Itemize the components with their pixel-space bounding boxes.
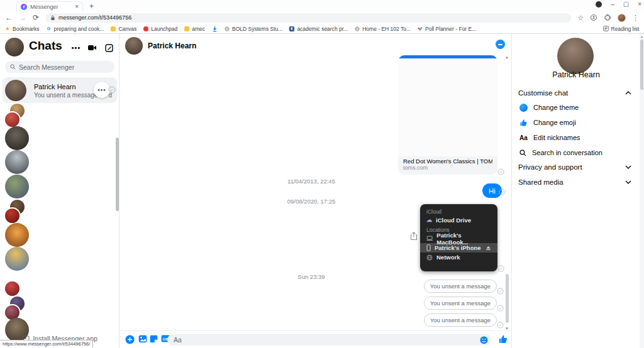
star-favicon-icon: ★ [5,26,10,31]
bookmark-item[interactable]: amec [184,26,205,32]
chats-options-button[interactable]: ••• [69,41,83,55]
finder-section-header: iCloud [420,207,497,215]
bookmark-item[interactable]: BOLD Systems Stu... [225,26,282,32]
share-icon[interactable] [410,232,418,241]
change-theme-item[interactable]: Change theme [512,102,640,113]
open-more-actions-button[interactable] [125,335,135,344]
new-video-call-button[interactable] [86,41,99,55]
chevron-down-icon [625,165,631,169]
conversation-info-panel: Patrick Hearn Customise chat Change them… [511,34,640,348]
chat-avatar[interactable] [5,80,26,101]
message-input[interactable] [167,336,480,344]
bookmark-label: preparing and cook... [54,26,104,32]
chat-list-avatar[interactable] [5,126,29,150]
search-messenger[interactable] [5,61,114,73]
scroll-up-icon[interactable]: ▲ [640,35,644,38]
window-close-button[interactable]: × [638,1,641,8]
image-message-finder-screenshot[interactable]: iCloud ☁ iCloud Drive Locations Patrick'… [420,204,497,271]
bookmark-label: academic search pr... [297,26,348,32]
privacy-support-section[interactable]: Privacy and support [512,161,640,173]
contact-avatar-large[interactable] [557,38,594,74]
browser-tab-messenger[interactable]: Messenger × [16,1,83,11]
message-composer: GIF [119,330,511,348]
send-like-button[interactable] [498,334,508,344]
chat-list-avatar[interactable] [5,247,29,271]
sent-receipt-icon [497,305,504,312]
unsent-message-bubble[interactable]: You unsent a message [424,313,497,327]
compose-message-button[interactable] [102,41,116,55]
page-scrollbar[interactable]: ▲ [640,34,644,348]
bookmark-label: BOLD Systems Stu... [232,26,282,32]
forward-button[interactable]: → [19,14,26,21]
bookmark-item[interactable]: Home - EH 102 To... [355,26,411,32]
reload-button[interactable]: ⟳ [33,14,39,21]
new-tab-button[interactable]: + [89,2,94,11]
unsent-message-bubble[interactable]: You unsent a message [424,280,497,293]
search-icon [10,64,16,70]
tab-search-icon[interactable] [590,14,597,21]
bookmark-item[interactable]: ★ Bookmarks [5,26,40,32]
search-in-conversation-item[interactable]: Search in conversation [512,147,640,158]
theme-color-icon [519,104,528,112]
chat-list-avatar[interactable] [5,295,29,319]
my-profile-avatar[interactable] [5,38,24,57]
bookmark-item[interactable]: G preparing and cook... [47,26,104,32]
section-label: Shared media [518,178,564,186]
conversation-avatar[interactable] [125,37,143,55]
chat-list-avatar[interactable] [5,271,29,295]
conversation-scrollbar[interactable]: ▲ ▼ [504,55,510,330]
bookmark-item[interactable]: Poll Planner - For E... [418,26,476,32]
profile-avatar[interactable] [618,14,626,22]
scrollbar-thumb[interactable] [506,274,509,323]
bookmark-item[interactable]: E academic search pr... [289,26,348,32]
emoji-picker-button[interactable] [480,336,488,344]
chat-list-avatar[interactable] [5,198,29,222]
conversation-info-toggle[interactable] [496,40,505,49]
search-input[interactable] [19,63,101,71]
attach-image-button[interactable] [138,335,147,343]
sent-receipt-icon [497,322,504,329]
shared-media-section[interactable]: Shared media [512,176,640,188]
reading-list-button[interactable]: Reading list [603,26,639,32]
finder-item-label: Patrick's iPhone [435,244,481,251]
bookmark-item[interactable]: Launchpad [143,26,177,32]
bookmark-label: Poll Planner - For E... [425,26,476,32]
messenger-app: Chats ••• Patrick Hearn You unsent a mes… [0,34,644,348]
customise-chat-section[interactable]: Customise chat [512,87,640,99]
bookmark-star-icon[interactable]: ☆ [577,14,584,21]
chat-list-scrollbar[interactable] [116,138,119,211]
browser-update-orb-icon[interactable] [596,1,602,8]
unsent-message-bubble[interactable]: You unsent a message [424,296,497,310]
window-maximize-button[interactable]: ▢ [623,1,629,8]
scrollbar-thumb[interactable] [640,40,643,90]
back-button[interactable]: ← [5,14,13,21]
finder-item-macbook: Patrick's MacBook... [420,234,497,243]
link-preview-message[interactable]: Red Dot Women's Classics | TOMS.com toms… [398,55,497,175]
scroll-up-icon[interactable]: ▲ [505,55,509,59]
menu-item-label: Change emoji [533,119,576,126]
bookmark-item[interactable]: Canvas [111,26,136,32]
chat-list-avatar[interactable] [5,175,29,198]
tab-close-icon[interactable]: × [75,4,79,10]
eject-icon [486,246,491,251]
address-bar[interactable]: messenger.com/t/534496756 [45,13,571,23]
download-arrow-icon [212,26,218,32]
chat-list-avatar[interactable] [5,223,29,247]
chat-list-avatar[interactable] [5,102,29,126]
change-emoji-item[interactable]: Change emoji [512,117,640,128]
chat-list-avatar[interactable] [5,150,29,174]
browser-menu-icon[interactable]: ⋮ [632,14,639,21]
attach-sticker-button[interactable] [150,335,158,343]
menu-item-label: Change theme [533,104,579,111]
message-input-wrap[interactable] [167,334,492,345]
chevron-down-icon [625,180,631,184]
edit-nicknames-item[interactable]: Aa Edit nicknames [512,132,640,143]
poll-planner-favicon-icon [418,26,423,31]
download-shortcut[interactable] [212,26,218,32]
globe-favicon-icon [355,26,360,31]
extensions-puzzle-icon[interactable] [604,14,611,21]
link-preview-domain: toms.com [403,165,492,171]
macbook-icon [426,236,433,241]
sent-receipt-icon [497,265,504,272]
window-minimize-button[interactable]: – [611,1,614,8]
